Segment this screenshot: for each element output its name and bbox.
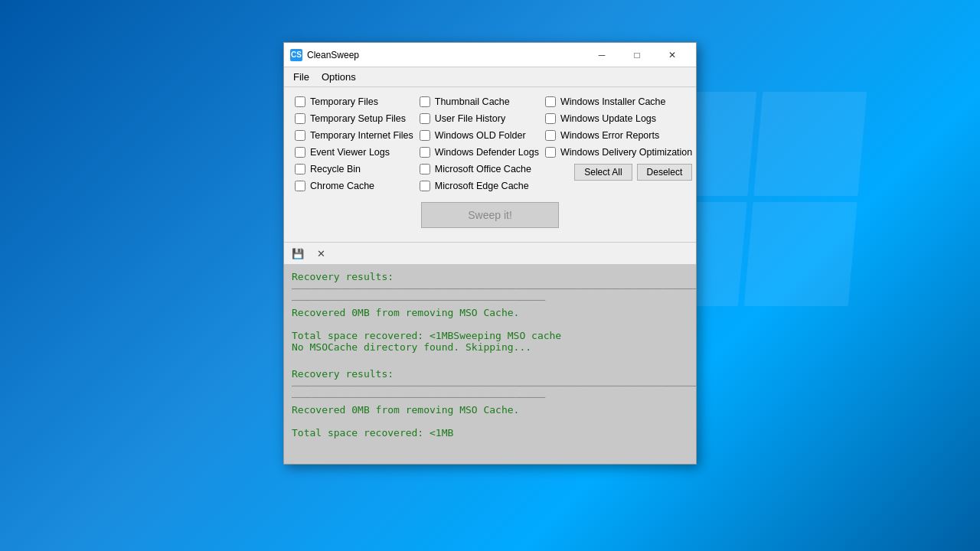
checkbox-item-windows-defender: Windows Defender Logs	[416, 144, 542, 161]
label-user-file-history: User File History	[435, 113, 505, 124]
checkbox-col-2: Thumbnail Cache User File History Window…	[416, 93, 542, 194]
checkbox-recycle-bin[interactable]	[295, 164, 305, 174]
close-icon: ✕	[317, 248, 325, 259]
result-line-2a: Recovered 0MB from removing MSO Cache.	[292, 404, 688, 416]
save-results-button[interactable]: 💾	[287, 244, 309, 262]
menu-bar: File Options	[284, 67, 696, 87]
result-block-1: Recovery results: ──────────────────────…	[292, 271, 688, 353]
checkbox-windows-update-logs[interactable]	[545, 113, 556, 124]
checkboxes-container: Temporary Files Temporary Setup Files Te…	[292, 93, 688, 194]
checkbox-windows-old-folder[interactable]	[420, 130, 430, 141]
label-windows-defender-logs: Windows Defender Logs	[435, 147, 539, 158]
checkbox-temporary-files[interactable]	[295, 96, 305, 107]
label-event-viewer-logs: Event Viewer Logs	[310, 147, 390, 158]
result-dashes-1a: ────────────────────────────────────────…	[292, 284, 688, 294]
window-controls: ─ □ ✕	[584, 43, 690, 67]
result-dashes-2b: ────────────────────────────────────────…	[292, 393, 688, 403]
checkbox-item-temporary-files: Temporary Files	[292, 93, 416, 110]
checkbox-item-windows-error: Windows Error Reports	[542, 127, 695, 144]
menu-file[interactable]: File	[287, 70, 315, 84]
result-heading-1: Recovery results:	[292, 271, 688, 282]
checkbox-windows-delivery-optimization[interactable]	[545, 147, 556, 158]
app-icon: CS	[290, 49, 302, 61]
checkbox-microsoft-office-cache[interactable]	[420, 164, 430, 174]
result-dashes-1b: ────────────────────────────────────────…	[292, 295, 688, 305]
checkbox-chrome-cache[interactable]	[295, 181, 305, 191]
checkbox-item-recycle-bin: Recycle Bin	[292, 161, 416, 178]
label-microsoft-office-cache: Microsoft Office Cache	[435, 164, 531, 174]
result-block-2: Recovery results: ──────────────────────…	[292, 368, 688, 439]
label-thumbnail-cache: Thumbnail Cache	[435, 96, 510, 107]
results-toolbar: 💾 ✕	[284, 242, 696, 265]
checkbox-item-windows-old: Windows OLD Folder	[416, 127, 542, 144]
label-windows-update-logs: Windows Update Logs	[560, 113, 656, 124]
checkbox-temporary-setup-files[interactable]	[295, 113, 305, 124]
checkbox-thumbnail-cache[interactable]	[420, 96, 430, 107]
label-microsoft-edge-cache: Microsoft Edge Cache	[435, 181, 529, 191]
label-temporary-files: Temporary Files	[310, 96, 378, 107]
checkbox-item-windows-installer: Windows Installer Cache	[542, 93, 695, 110]
result-line-1b: Total space recovered: <1MBSweeping MSO …	[292, 330, 688, 341]
label-temporary-internet-files: Temporary Internet Files	[310, 130, 413, 141]
save-icon: 💾	[292, 248, 304, 259]
deselect-button[interactable]: Deselect	[637, 164, 693, 181]
label-windows-old-folder: Windows OLD Folder	[435, 130, 526, 141]
clear-results-button[interactable]: ✕	[310, 244, 332, 262]
checkbox-microsoft-edge-cache[interactable]	[420, 181, 430, 191]
label-temporary-setup-files: Temporary Setup Files	[310, 113, 406, 124]
sweep-area: Sweep it!	[292, 194, 688, 236]
result-heading-2: Recovery results:	[292, 368, 688, 380]
checkbox-temporary-internet-files[interactable]	[295, 130, 305, 141]
checkbox-item-temporary-internet-files: Temporary Internet Files	[292, 127, 416, 144]
sweep-button[interactable]: Sweep it!	[421, 202, 559, 228]
checkbox-user-file-history[interactable]	[420, 113, 430, 124]
label-recycle-bin: Recycle Bin	[310, 164, 361, 174]
close-button[interactable]: ✕	[655, 43, 690, 67]
label-windows-delivery-optimization: Windows Delivery Optimization	[560, 147, 692, 158]
label-chrome-cache: Chrome Cache	[310, 181, 374, 191]
window-title: CleanSweep	[307, 50, 584, 60]
title-bar: CS CleanSweep ─ □ ✕	[284, 43, 696, 67]
app-window: CS CleanSweep ─ □ ✕ File Options Te	[283, 42, 697, 465]
checkbox-item-windows-delivery: Windows Delivery Optimization	[542, 144, 695, 161]
minimize-button[interactable]: ─	[584, 43, 619, 67]
checkbox-col-1: Temporary Files Temporary Setup Files Te…	[292, 93, 416, 194]
checkbox-item-windows-update: Windows Update Logs	[542, 110, 695, 127]
result-line-1a: Recovered 0MB from removing MSO Cache.	[292, 307, 688, 318]
maximize-button[interactable]: □	[619, 43, 655, 67]
checkbox-item-microsoft-edge: Microsoft Edge Cache	[416, 178, 542, 194]
result-dashes-2a: ────────────────────────────────────────…	[292, 381, 688, 391]
checkbox-col-3: Windows Installer Cache Windows Update L…	[542, 93, 695, 194]
checkbox-item-user-file-history: User File History	[416, 110, 542, 127]
checkbox-windows-error-reports[interactable]	[545, 130, 556, 141]
checkbox-item-temporary-setup-files: Temporary Setup Files	[292, 110, 416, 127]
label-windows-error-reports: Windows Error Reports	[560, 130, 659, 141]
checkbox-event-viewer-logs[interactable]	[295, 147, 305, 158]
checkbox-item-event-viewer: Event Viewer Logs	[292, 144, 416, 161]
result-line-1c: No MSOCache directory found. Skipping...	[292, 341, 688, 353]
label-windows-installer-cache: Windows Installer Cache	[560, 96, 666, 107]
checkbox-windows-installer-cache[interactable]	[545, 96, 556, 107]
action-row: Select All Deselect	[542, 161, 695, 184]
checkbox-windows-defender-logs[interactable]	[420, 147, 430, 158]
results-area[interactable]: Recovery results: ──────────────────────…	[284, 265, 696, 464]
main-content: Temporary Files Temporary Setup Files Te…	[284, 87, 696, 242]
result-line-2b: Total space recovered: <1MB	[292, 427, 688, 439]
select-all-button[interactable]: Select All	[574, 164, 632, 181]
checkbox-item-chrome-cache: Chrome Cache	[292, 178, 416, 194]
checkbox-item-thumbnail-cache: Thumbnail Cache	[416, 93, 542, 110]
desktop: CS CleanSweep ─ □ ✕ File Options Te	[0, 0, 980, 551]
menu-options[interactable]: Options	[315, 70, 362, 84]
checkbox-item-microsoft-office: Microsoft Office Cache	[416, 161, 542, 178]
